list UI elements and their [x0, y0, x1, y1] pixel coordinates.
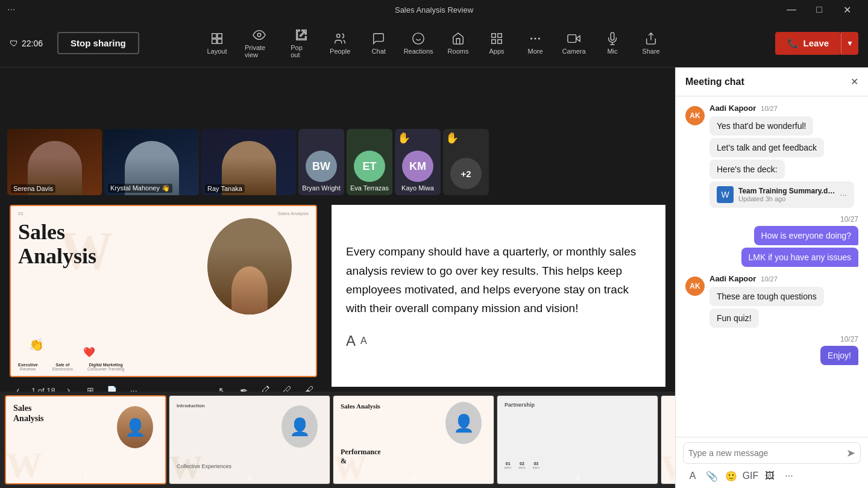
participant-eva[interactable]: ET Eva Terrazas — [347, 129, 392, 195]
toolbar-left: 🛡 22:06 Stop sharing — [10, 32, 139, 54]
leave-dropdown[interactable]: ▼ — [841, 32, 858, 55]
window-title: Sales Analysis Review — [395, 5, 473, 14]
close-button[interactable]: ✕ — [833, 0, 861, 19]
chat-tool[interactable]: Chat — [360, 28, 397, 58]
chat-time-2: 10/27 — [761, 275, 778, 283]
participant-krystal[interactable]: Krystal Mahoney 👋 — [104, 129, 199, 195]
chat-close-button[interactable]: ✕ — [851, 76, 858, 87]
chat-bubble-self-2: LMK if you have any issues — [741, 248, 858, 267]
file-more-options[interactable]: ··· — [840, 190, 847, 199]
svg-rect-9 — [492, 33, 495, 37]
pop-out-tool[interactable]: Pop out — [283, 25, 319, 62]
svg-rect-0 — [212, 33, 216, 37]
thumbnail-2[interactable]: W Introduction 👤 Collective Experiences … — [169, 395, 330, 484]
hand-raised-icon: ✋ — [397, 131, 410, 145]
sticker-icon[interactable]: 🖼 — [763, 469, 777, 483]
grid-view-button[interactable]: ⊞ — [82, 382, 99, 392]
title-bar-menu[interactable]: ··· — [7, 4, 15, 15]
private-view-tool[interactable]: Private view — [237, 25, 281, 62]
thumbnail-1[interactable]: W SalesAnalysis 👤 1 — [5, 395, 166, 484]
font-increase-button[interactable]: A — [346, 333, 356, 349]
pop-out-label: Pop out — [291, 44, 312, 58]
slide-counter: 1 of 18 — [31, 386, 55, 392]
more-tool[interactable]: More — [517, 28, 553, 58]
chat-input[interactable] — [688, 448, 844, 458]
apps-label: Apps — [489, 48, 504, 55]
svg-point-4 — [257, 33, 261, 37]
eva-avatar: ET — [354, 151, 385, 182]
people-tool[interactable]: People — [322, 28, 358, 58]
more-options-icon[interactable]: ··· — [782, 469, 796, 483]
svg-rect-11 — [498, 39, 502, 43]
layout-tool[interactable]: Layout — [199, 28, 235, 58]
thumb-num-1: 1 — [84, 474, 87, 481]
highlighter-tool[interactable]: 🖊 — [278, 382, 295, 392]
chat-footer: ➤ A 📎 🙂 GIF 🖼 ··· — [676, 437, 868, 488]
minimize-button[interactable]: — — [778, 0, 805, 19]
maximize-button[interactable]: □ — [805, 0, 833, 19]
title-bar: ··· Sales Analysis Review — □ ✕ — [0, 0, 868, 19]
participant-bryan[interactable]: BW Bryan Wright — [298, 129, 344, 195]
private-view-label: Private view — [245, 44, 274, 58]
attach-file-icon[interactable]: 📎 — [705, 469, 719, 483]
svg-point-14 — [535, 38, 536, 39]
notes-button[interactable]: 📄 — [104, 382, 121, 392]
participant-ray[interactable]: Ray Tanaka — [201, 129, 296, 195]
participant-serena[interactable]: Serena Davis — [7, 129, 102, 195]
svg-rect-2 — [212, 39, 216, 43]
pointer-tool[interactable]: ↖ — [213, 382, 230, 392]
chat-group-self-1: 10/27 How is everyone doing? LMK if you … — [685, 215, 858, 267]
svg-rect-1 — [218, 33, 222, 37]
slide-preview-container: 01 Sales Analysis W SalesAnalysis 👏 ❤️ — [10, 205, 317, 387]
leave-button[interactable]: 📞 Leave — [775, 32, 841, 55]
svg-rect-10 — [498, 33, 502, 37]
pen-tool[interactable]: ✒ — [235, 382, 252, 392]
thumbnail-4[interactable]: Partnership 01item 02item 03item 4 — [497, 395, 658, 484]
chat-messages: AK Aadi Kapoor 10/27 Yes that'd be wonde… — [676, 96, 868, 437]
participant-name-krystal: Krystal Mahoney 👋 — [108, 184, 172, 193]
eraser-tool[interactable]: 🖍 — [257, 382, 274, 392]
chat-sender-aadi-2: Aadi Kapoor — [709, 274, 756, 283]
slide-clap-emoji: 👏 — [29, 337, 44, 352]
chat-title: Meeting chat — [685, 77, 744, 87]
share-tool[interactable]: Share — [633, 28, 669, 58]
aadi-avatar-2: AK — [685, 277, 705, 296]
left-panel: Serena Davis Krystal Mahoney 👋 Ray Tanak… — [0, 67, 675, 488]
format-text-icon[interactable]: A — [685, 469, 700, 483]
send-message-button[interactable]: ➤ — [846, 446, 855, 460]
rooms-tool[interactable]: Rooms — [440, 28, 476, 58]
slide-controls: ‹ 1 of 18 › ⊞ 📄 ··· ↖ ✒ 🖍 🖊 🖌 — [10, 377, 317, 392]
font-decrease-button[interactable]: A — [360, 336, 367, 346]
chat-time-1: 10/27 — [761, 105, 778, 112]
camera-tool[interactable]: Camera — [556, 28, 592, 58]
participant-kayo[interactable]: ✋ KM Kayo Miwa — [395, 129, 441, 195]
svg-rect-3 — [218, 39, 222, 43]
chat-file[interactable]: W Team Training Summary.docx ... Updated… — [709, 181, 854, 208]
gif-icon[interactable]: GIF — [743, 469, 758, 483]
thumbnail-5[interactable]: W Fabrikam -VanArsdel 5 — [661, 395, 675, 484]
mic-tool[interactable]: Mic — [594, 28, 631, 58]
next-slide-button[interactable]: › — [60, 382, 77, 392]
color-tool[interactable]: 🖌 — [300, 382, 317, 392]
window-controls: — □ ✕ — [778, 0, 861, 19]
more-participants-badge: +2 — [450, 158, 482, 189]
chat-bubble-self-3: Enjoy! — [820, 346, 858, 365]
apps-tool[interactable]: Apps — [479, 28, 515, 58]
reactions-label: Reactions — [404, 48, 433, 55]
chat-bubble-3: Here's the deck: — [709, 160, 785, 179]
chat-group-self-2: 10/27 Enjoy! — [685, 335, 858, 365]
right-panel: Meeting chat ✕ AK Aadi Kapoor 10/27 Yes … — [675, 67, 868, 488]
more-options-button[interactable]: ··· — [125, 382, 142, 392]
toolbar-tools: Layout Private view Pop out People Chat … — [199, 25, 669, 62]
prev-slide-button[interactable]: ‹ — [10, 382, 27, 392]
emoji-icon[interactable]: 🙂 — [724, 469, 738, 483]
stop-sharing-button[interactable]: Stop sharing — [57, 32, 139, 54]
people-label: People — [330, 48, 350, 55]
chat-bubble-1: Yes that'd be wonderful! — [709, 116, 813, 136]
participant-more[interactable]: ✋ +2 — [443, 129, 489, 195]
presentation-area: 01 Sales Analysis W SalesAnalysis 👏 ❤️ — [0, 200, 675, 392]
reactions-tool[interactable]: Reactions — [399, 28, 438, 58]
participant-name-ray: Ray Tanaka — [205, 184, 245, 193]
share-label: Share — [642, 48, 659, 55]
thumbnail-3[interactable]: W Sales Analysis 👤 Performance& 3 — [333, 395, 494, 484]
